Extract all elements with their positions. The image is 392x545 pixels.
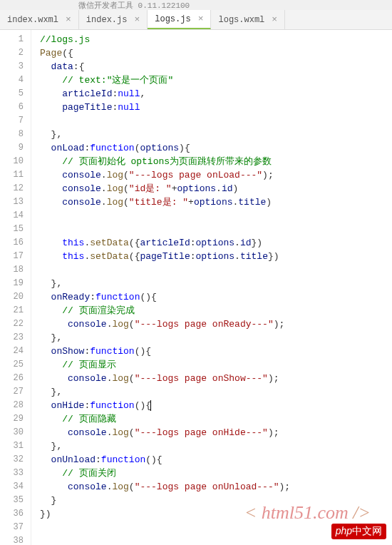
code-line[interactable] xyxy=(40,263,392,277)
code-line[interactable] xyxy=(40,114,392,128)
code-line[interactable]: onHide:function(){ xyxy=(40,399,392,412)
title-bar: 微信开发者工具 0.11.122100 xyxy=(0,0,392,10)
tab-index-js[interactable]: index.js× xyxy=(79,10,148,29)
line-number: 20 xyxy=(0,290,24,304)
line-number: 37 xyxy=(0,521,24,534)
line-number: 23 xyxy=(0,331,24,345)
code-line[interactable]: }, xyxy=(40,128,392,141)
line-number: 28 xyxy=(0,399,24,412)
code-line[interactable] xyxy=(40,223,392,236)
line-number: 12 xyxy=(0,182,24,195)
code-line[interactable]: // 页面显示 xyxy=(40,358,392,372)
line-number: 26 xyxy=(0,372,24,385)
line-number: 33 xyxy=(0,467,24,480)
code-line[interactable]: }, xyxy=(40,331,392,345)
line-number: 17 xyxy=(0,250,24,263)
code-line[interactable]: console.log("---logs page onLoad---"); xyxy=(40,168,392,182)
line-number: 4 xyxy=(0,73,24,87)
line-number: 25 xyxy=(0,358,24,372)
tab-label: logs.wxml xyxy=(218,15,264,25)
code-line[interactable]: console.log("---logs page onShow---"); xyxy=(40,372,392,385)
watermark-html51: < html51.com /> xyxy=(244,502,371,524)
line-number: 29 xyxy=(0,412,24,426)
line-number: 14 xyxy=(0,209,24,223)
code-line[interactable]: }, xyxy=(40,439,392,453)
line-number: 16 xyxy=(0,236,24,250)
code-line[interactable]: console.log("---logs page onUnload---"); xyxy=(40,480,392,494)
line-number: 8 xyxy=(0,128,24,141)
line-number: 13 xyxy=(0,195,24,209)
line-number: 7 xyxy=(0,114,24,128)
line-number: 27 xyxy=(0,385,24,399)
code-line[interactable]: articleId:null, xyxy=(40,87,392,101)
line-gutter: 1234567891011121314151617181920212223242… xyxy=(0,30,31,545)
code-line[interactable]: // text:"这是一个页面" xyxy=(40,73,392,87)
tab-logs-wxml[interactable]: logs.wxml× xyxy=(211,10,285,29)
line-number: 34 xyxy=(0,480,24,494)
code-line[interactable]: onLoad:function(options){ xyxy=(40,141,392,155)
close-icon[interactable]: × xyxy=(272,14,277,25)
line-number: 19 xyxy=(0,277,24,290)
tab-bar: index.wxml×index.js×logs.js×logs.wxml× xyxy=(0,10,392,30)
code-line[interactable]: // 页面关闭 xyxy=(40,467,392,480)
code-line[interactable] xyxy=(40,209,392,223)
close-icon[interactable]: × xyxy=(134,14,140,25)
close-icon[interactable]: × xyxy=(66,14,71,25)
tab-logs-js[interactable]: logs.js× xyxy=(148,10,211,29)
line-number: 36 xyxy=(0,507,24,521)
line-number: 21 xyxy=(0,304,24,317)
line-number: 18 xyxy=(0,263,24,277)
code-line[interactable]: this.setData({articleId:options.id}) xyxy=(40,236,392,250)
code-line[interactable]: }, xyxy=(40,277,392,290)
line-number: 11 xyxy=(0,168,24,182)
code-line[interactable]: //logs.js xyxy=(40,33,392,46)
code-line[interactable]: this.setData({pageTitle:options.title}) xyxy=(40,250,392,263)
code-line[interactable]: // 页面隐藏 xyxy=(40,412,392,426)
code-line[interactable]: Page({ xyxy=(40,46,392,60)
line-number: 9 xyxy=(0,141,24,155)
line-number: 6 xyxy=(0,101,24,114)
line-number: 35 xyxy=(0,494,24,507)
line-number: 10 xyxy=(0,155,24,168)
code-line[interactable]: onShow:function(){ xyxy=(40,345,392,358)
code-line[interactable]: // 页面渲染完成 xyxy=(40,304,392,317)
code-line[interactable]: console.log("---logs page onHide---"); xyxy=(40,426,392,439)
line-number: 22 xyxy=(0,317,24,331)
line-number: 1 xyxy=(0,33,24,46)
line-number: 32 xyxy=(0,453,24,467)
line-number: 24 xyxy=(0,345,24,358)
tab-label: logs.js xyxy=(155,14,190,24)
line-number: 38 xyxy=(0,534,24,545)
line-number: 5 xyxy=(0,87,24,101)
code-line[interactable]: }, xyxy=(40,385,392,399)
code-line[interactable]: // 页面初始化 options为页面跳转所带来的参数 xyxy=(40,155,392,168)
code-line[interactable]: onUnload:function(){ xyxy=(40,453,392,467)
editor-area: 1234567891011121314151617181920212223242… xyxy=(0,30,392,545)
line-number: 2 xyxy=(0,46,24,60)
code-line[interactable]: onReady:function(){ xyxy=(40,290,392,304)
tab-label: index.wxml xyxy=(7,15,58,25)
line-number: 31 xyxy=(0,439,24,453)
watermark-phpcn: php中文网 xyxy=(331,524,386,539)
code-line[interactable]: console.log("id是: "+options.id) xyxy=(40,182,392,195)
code-line[interactable]: console.log("title是: "+options.title) xyxy=(40,195,392,209)
code-line[interactable]: data:{ xyxy=(40,60,392,73)
line-number: 30 xyxy=(0,426,24,439)
code-line[interactable]: console.log("---logs page onReady---"); xyxy=(40,317,392,331)
tab-label: index.js xyxy=(86,15,128,25)
tab-index-wxml[interactable]: index.wxml× xyxy=(0,10,79,29)
line-number: 3 xyxy=(0,60,24,73)
line-number: 15 xyxy=(0,223,24,236)
close-icon[interactable]: × xyxy=(198,14,204,24)
code-line[interactable]: pageTitle:null xyxy=(40,101,392,114)
code-area[interactable]: //logs.jsPage({ data:{ // text:"这是一个页面" … xyxy=(31,30,392,545)
